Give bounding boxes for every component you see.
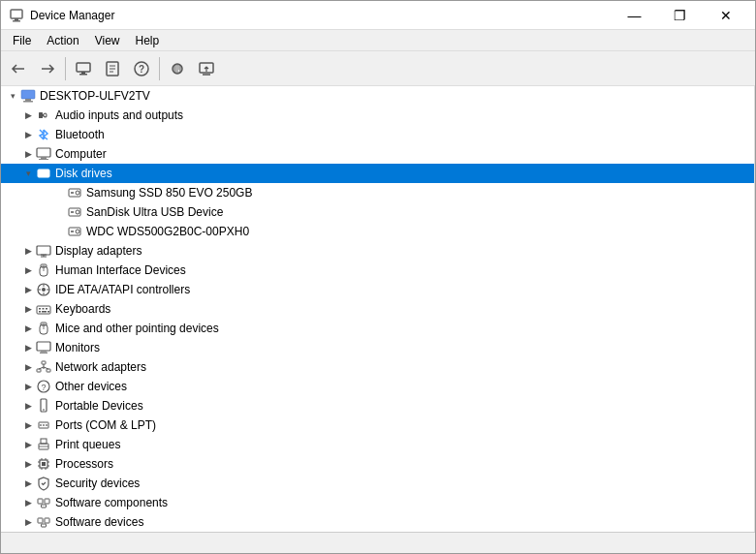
other-expand[interactable]: ▶ <box>20 379 36 394</box>
tree-item-audio[interactable]: ▶ Audio inputs and outputs <box>1 106 754 125</box>
ports-expand[interactable]: ▶ <box>20 417 36 433</box>
scan-hardware-button[interactable] <box>164 55 191 82</box>
window-controls: — ❐ ✕ <box>613 1 747 30</box>
hid-label: Human Interface Devices <box>55 263 186 277</box>
device-tree[interactable]: ▾ DESKTOP-ULFV2TV ▶ <box>1 86 755 532</box>
ide-expand[interactable]: ▶ <box>20 282 36 297</box>
svg-rect-4 <box>81 72 85 74</box>
root-expand-arrow[interactable]: ▾ <box>5 88 20 104</box>
mice-icon <box>36 321 51 336</box>
software-devices-expand[interactable]: ▶ <box>20 514 36 530</box>
tree-item-bluetooth[interactable]: ▶ Bluetooth <box>1 125 754 144</box>
svg-text:?: ? <box>139 64 144 75</box>
forward-button[interactable] <box>34 55 61 82</box>
audio-label: Audio inputs and outputs <box>55 108 183 122</box>
tree-item-wdc[interactable]: WDC WDS500G2B0C-00PXH0 <box>1 222 754 241</box>
tree-item-hid[interactable]: ▶ Human Interface Devices <box>1 261 754 280</box>
menu-help[interactable]: Help <box>128 32 168 49</box>
svg-rect-32 <box>69 208 80 216</box>
audio-icon <box>36 108 51 123</box>
svg-rect-96 <box>42 524 47 527</box>
tree-item-software-devices[interactable]: ▶ Software devices <box>1 512 754 532</box>
hid-expand[interactable]: ▶ <box>20 262 36 278</box>
other-devices-icon: ? <box>36 379 51 394</box>
audio-expand[interactable]: ▶ <box>20 108 36 123</box>
tree-item-security[interactable]: ▶ Security devices <box>1 474 754 493</box>
show-computer-button[interactable] <box>70 55 97 82</box>
tree-item-keyboards[interactable]: ▶ Keyboards <box>1 299 754 319</box>
tree-item-ide[interactable]: ▶ IDE ATA/ATAPI controllers <box>1 280 754 299</box>
display-expand[interactable]: ▶ <box>20 243 36 259</box>
svg-rect-55 <box>39 311 41 313</box>
tree-item-portable[interactable]: ▶ Portable Devices <box>1 396 754 416</box>
security-expand[interactable]: ▶ <box>20 476 36 491</box>
help-button[interactable]: ? <box>128 55 155 82</box>
svg-point-36 <box>76 230 79 233</box>
display-label: Display adapters <box>55 244 142 258</box>
minimize-button[interactable]: — <box>613 1 656 30</box>
svg-rect-79 <box>41 439 47 444</box>
bluetooth-label: Bluetooth <box>55 128 105 141</box>
toolbar: ? <box>1 51 755 86</box>
svg-rect-3 <box>77 63 90 72</box>
svg-rect-26 <box>38 169 49 177</box>
device-manager-window: Device Manager — ❐ ✕ File Action View He… <box>0 0 756 554</box>
svg-point-33 <box>76 210 79 214</box>
tree-item-software-components[interactable]: ▶ Software components <box>1 493 754 512</box>
update-driver-button[interactable] <box>193 55 220 82</box>
close-button[interactable]: ✕ <box>704 1 747 30</box>
keyboards-label: Keyboards <box>55 302 110 316</box>
tree-item-monitors[interactable]: ▶ Monitors <box>1 338 754 357</box>
menu-view[interactable]: View <box>87 32 128 49</box>
svg-rect-56 <box>42 311 47 313</box>
svg-rect-92 <box>45 499 49 504</box>
tree-item-other[interactable]: ▶ ? Other devices <box>1 377 754 396</box>
disk-expand[interactable]: ▾ <box>20 166 36 181</box>
tree-item-samsung-ssd[interactable]: Samsung SSD 850 EVO 250GB <box>1 183 754 202</box>
svg-rect-57 <box>47 311 49 313</box>
computer-label: Computer <box>55 147 107 161</box>
svg-rect-19 <box>21 90 35 99</box>
software-devices-label: Software devices <box>55 515 143 529</box>
svg-rect-2 <box>13 20 20 22</box>
properties-button[interactable] <box>99 55 126 82</box>
monitors-expand[interactable]: ▶ <box>20 340 36 355</box>
svg-rect-65 <box>37 369 41 372</box>
menu-action[interactable]: Action <box>39 32 86 49</box>
processors-expand[interactable]: ▶ <box>20 456 36 472</box>
display-adapters-icon <box>36 243 51 259</box>
tree-item-mice[interactable]: ▶ Mice and other pointing devices <box>1 319 754 338</box>
sandisk-label: SanDisk Ultra USB Device <box>86 205 223 219</box>
computer-expand[interactable]: ▶ <box>20 146 36 162</box>
maximize-button[interactable]: ❐ <box>658 1 702 30</box>
svg-rect-64 <box>42 361 46 364</box>
tree-item-disk-drives[interactable]: ▾ Disk drives <box>1 164 754 183</box>
processors-label: Processors <box>55 457 113 471</box>
network-expand[interactable]: ▶ <box>20 359 36 375</box>
mice-expand[interactable]: ▶ <box>20 321 36 336</box>
menu-file[interactable]: File <box>5 32 39 49</box>
tree-item-processors[interactable]: ▶ Processors <box>1 454 754 474</box>
tree-item-network[interactable]: ▶ Network adapters <box>1 357 754 377</box>
disk-drives-label: Disk drives <box>55 167 112 180</box>
back-button[interactable] <box>5 55 32 82</box>
tree-item-display[interactable]: ▶ Display adapters <box>1 241 754 261</box>
menu-bar: File Action View Help <box>1 30 755 51</box>
root-node[interactable]: ▾ DESKTOP-ULFV2TV <box>1 86 754 106</box>
svg-rect-21 <box>23 101 33 103</box>
tree-item-computer[interactable]: ▶ Computer <box>1 144 754 164</box>
network-icon <box>36 359 51 375</box>
main-content: ▾ DESKTOP-ULFV2TV ▶ <box>1 86 755 532</box>
software-components-expand[interactable]: ▶ <box>20 495 36 510</box>
tree-item-ports[interactable]: ▶ Ports (COM & LPT) <box>1 416 754 435</box>
print-expand[interactable]: ▶ <box>20 437 36 452</box>
tree-item-sandisk[interactable]: SanDisk Ultra USB Device <box>1 202 754 222</box>
tree-item-print[interactable]: ▶ Print queues <box>1 435 754 454</box>
bluetooth-expand[interactable]: ▶ <box>20 127 36 142</box>
monitors-icon <box>36 340 51 355</box>
root-label: DESKTOP-ULFV2TV <box>40 89 150 103</box>
portable-expand[interactable]: ▶ <box>20 398 36 414</box>
toolbar-separator-1 <box>65 57 66 80</box>
keyboards-expand[interactable]: ▶ <box>20 301 36 317</box>
svg-rect-29 <box>69 189 80 197</box>
